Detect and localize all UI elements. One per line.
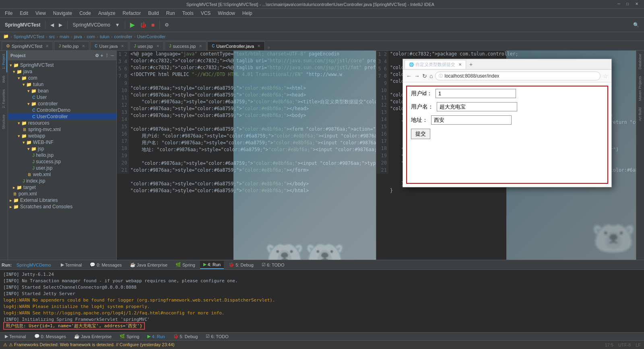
- tree-item-resources[interactable]: ▾ 📁resources: [8, 120, 116, 126]
- forward-icon[interactable]: ▶: [57, 21, 64, 29]
- menu-item-build[interactable]: Build: [145, 10, 162, 17]
- menu-item-help[interactable]: Help: [239, 10, 256, 17]
- dropdown-icon[interactable]: ▼: [114, 21, 122, 29]
- breadcrumb-src[interactable]: src: [49, 34, 55, 39]
- breadcrumb-tulun[interactable]: tulun: [100, 34, 109, 39]
- breadcrumb-com[interactable]: com: [87, 34, 95, 39]
- vert-tab-project[interactable]: 1: Project: [1, 51, 7, 72]
- browser-home-button[interactable]: ⌂: [429, 73, 433, 79]
- breadcrumb-java[interactable]: java: [74, 34, 82, 39]
- submit-button[interactable]: 提交: [411, 129, 430, 139]
- tab-user-jsp-close[interactable]: ✕: [156, 44, 159, 48]
- tree-item-springmvcxml[interactable]: 🗎 spring-mvc.xml: [8, 126, 116, 133]
- menu-item-edit[interactable]: Edit: [17, 10, 31, 17]
- tree-item-webxml[interactable]: 🗎 web.xml: [8, 171, 116, 178]
- java-ent-strip-item[interactable]: ☕ Java Enterprise: [72, 334, 113, 339]
- menu-item-tools[interactable]: Tools: [179, 10, 197, 17]
- project-add-icon[interactable]: +: [101, 53, 103, 58]
- favorite-button[interactable]: ☆: [603, 73, 608, 79]
- menu-item-navigate[interactable]: Navigate: [50, 10, 75, 17]
- run-tab-spring[interactable]: 🌿 Spring: [172, 261, 198, 269]
- messages-strip-item[interactable]: 💬 0: Messages: [33, 334, 68, 339]
- tree-item-webapp[interactable]: ▾ 📁webapp: [8, 133, 116, 139]
- tab-success-jsp-close[interactable]: ✕: [199, 44, 202, 48]
- status-warning[interactable]: ⚠ ⚠ Frameworks Detected: Web framework i…: [3, 342, 174, 347]
- project-settings-icon[interactable]: ⚙: [95, 53, 99, 58]
- run-tab-messages[interactable]: 💬 0: Messages: [87, 261, 125, 269]
- debug-strip-item[interactable]: 🐞 5: Debug: [171, 334, 200, 339]
- breadcrumb-main[interactable]: main: [60, 34, 69, 39]
- run-tab-todo[interactable]: ☑ 6: TODO: [258, 261, 288, 269]
- tab-springmvctest-close[interactable]: ✕: [45, 44, 49, 48]
- tree-item-userjsp[interactable]: J user.jsp: [8, 165, 116, 171]
- more-tabs-icon[interactable]: »: [267, 45, 270, 50]
- search-icon[interactable]: 🔍: [632, 21, 641, 29]
- tab-hello-jsp-close[interactable]: ✕: [82, 44, 85, 48]
- vert-tab-web[interactable]: Web: [1, 72, 7, 86]
- tab-hello-jsp[interactable]: J hello.jsp ✕: [54, 41, 89, 50]
- run-tab-debug[interactable]: 🐞 5: Debug: [225, 261, 257, 269]
- tree-item-scratchesandconsoles[interactable]: ▸ 📁Scratches and Consoles: [8, 203, 116, 210]
- tree-item-successjsp[interactable]: J success.jsp: [8, 158, 116, 165]
- maximize-button[interactable]: □: [626, 2, 632, 7]
- id-input[interactable]: [436, 89, 516, 98]
- tree-item-hellojsp[interactable]: J hello.jsp: [8, 152, 116, 158]
- run-tab-terminal[interactable]: ▶ Terminal: [58, 261, 85, 269]
- left-code-content[interactable]: 1 2 3 4 5 6 7 8 9 10 11 12 13 14 15 16 1…: [117, 51, 376, 260]
- tab-user-java[interactable]: C User.java ✕: [90, 41, 128, 50]
- tab-success-jsp[interactable]: J success.jsp ✕: [165, 41, 206, 50]
- browser-back-button[interactable]: ←: [406, 73, 412, 79]
- tree-item-tulun[interactable]: ▾ 📁tulun: [8, 81, 116, 88]
- stop-button[interactable]: ■: [150, 21, 156, 29]
- terminal-strip-item[interactable]: ▶ Terminal: [3, 334, 28, 339]
- run-button[interactable]: ▶: [128, 20, 136, 29]
- tree-item-bean[interactable]: ▾ 📁bean: [8, 88, 116, 94]
- menu-item-analyze[interactable]: Analyze: [95, 10, 119, 17]
- browser-new-tab-button[interactable]: +: [467, 61, 475, 68]
- tree-item-user[interactable]: C User: [8, 94, 116, 101]
- tree-item-jsp[interactable]: ▾ 📁jsp: [8, 146, 116, 152]
- minimize-button[interactable]: ─: [617, 2, 623, 7]
- tree-item-target[interactable]: ▸ 📁target: [8, 184, 116, 191]
- address-input[interactable]: [431, 115, 512, 125]
- tab-user-jsp[interactable]: J user.jsp ✕: [129, 41, 163, 50]
- breadcrumb-controller[interactable]: controller: [114, 34, 132, 39]
- settings-icon[interactable]: ⚙: [163, 21, 171, 29]
- tree-item-controllerdemo[interactable]: C ControllerDemo: [8, 107, 116, 113]
- run-tab-run[interactable]: ▶ 4: Run: [200, 261, 224, 269]
- tree-item-com[interactable]: ▾ 📁com: [8, 75, 116, 81]
- tree-item-indexjsp[interactable]: J index.jsp: [8, 178, 116, 184]
- browser-forward-button[interactable]: →: [414, 73, 420, 79]
- tree-item-springmvctest[interactable]: ▾ 📁SpringMVCTest: [8, 62, 116, 68]
- address-bar[interactable]: ⓘ localhost:8088/user/index: [435, 72, 601, 80]
- browser-tab-close[interactable]: ✕: [458, 62, 462, 67]
- close-button[interactable]: ✕: [635, 2, 641, 7]
- project-more-icon[interactable]: ⋮: [105, 53, 109, 58]
- vert-tab-artbuild[interactable]: Art Build: [637, 104, 644, 124]
- vert-tab-favorites[interactable]: 2: Favorites: [1, 86, 7, 111]
- vert-tab-structure[interactable]: Structure: [1, 111, 7, 133]
- tab-usercontroller-close[interactable]: ✕: [257, 44, 260, 48]
- debug-button[interactable]: 🐞: [138, 21, 148, 29]
- todo-strip-item[interactable]: ☑ 6: TODO: [204, 334, 230, 339]
- tree-item-java[interactable]: ▾ 📁java: [8, 68, 116, 75]
- menu-item-refactor[interactable]: Refactor: [120, 10, 144, 17]
- breadcrumb-springmvctest[interactable]: SpringMVCTest: [14, 34, 44, 39]
- menu-item-window[interactable]: Window: [215, 10, 238, 17]
- spring-strip-item[interactable]: 🌿 Spring: [118, 334, 141, 339]
- tree-item-webinf[interactable]: ▾ 📁WEB-INF: [8, 139, 116, 146]
- tree-item-usercontroller[interactable]: C UserController: [8, 113, 116, 120]
- tab-user-java-close[interactable]: ✕: [121, 44, 124, 48]
- browser-tab-active[interactable]: 🌐 自定义类型数据提交 ✕: [405, 60, 466, 69]
- menu-item-run[interactable]: Run: [163, 10, 178, 17]
- browser-refresh-button[interactable]: ↻: [422, 73, 427, 79]
- tree-item-controller[interactable]: ▾ 📁controller: [8, 101, 116, 107]
- menu-item-file[interactable]: File: [2, 10, 16, 17]
- tab-springmvctest[interactable]: ⚙ SpringMVCTest ✕: [2, 41, 53, 50]
- menu-item-vcs[interactable]: VCS: [198, 10, 214, 17]
- menu-item-view[interactable]: View: [32, 10, 49, 17]
- project-close-icon[interactable]: ─: [111, 53, 114, 58]
- vert-tab-database[interactable]: Database: [637, 51, 644, 73]
- breadcrumb-usercontroller[interactable]: UserController: [137, 34, 165, 39]
- name-input[interactable]: [437, 102, 517, 111]
